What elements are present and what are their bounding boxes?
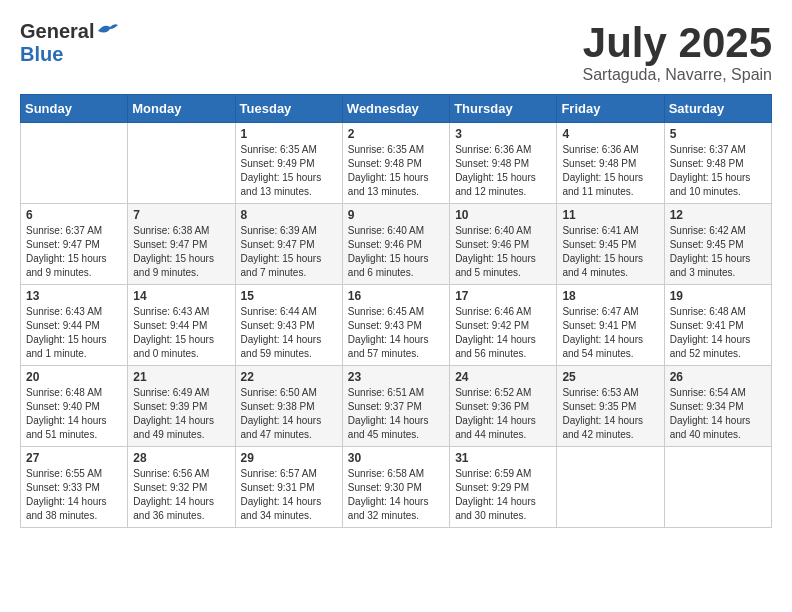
calendar-cell: 27Sunrise: 6:55 AMSunset: 9:33 PMDayligh…: [21, 447, 128, 528]
day-of-week-header: Thursday: [450, 95, 557, 123]
day-info: Sunrise: 6:35 AMSunset: 9:49 PMDaylight:…: [241, 143, 337, 199]
day-number: 24: [455, 370, 551, 384]
day-info: Sunrise: 6:36 AMSunset: 9:48 PMDaylight:…: [455, 143, 551, 199]
day-number: 2: [348, 127, 444, 141]
day-number: 27: [26, 451, 122, 465]
day-info: Sunrise: 6:39 AMSunset: 9:47 PMDaylight:…: [241, 224, 337, 280]
day-number: 13: [26, 289, 122, 303]
day-number: 9: [348, 208, 444, 222]
calendar-cell: 21Sunrise: 6:49 AMSunset: 9:39 PMDayligh…: [128, 366, 235, 447]
calendar-table: SundayMondayTuesdayWednesdayThursdayFrid…: [20, 94, 772, 528]
day-number: 28: [133, 451, 229, 465]
day-number: 8: [241, 208, 337, 222]
calendar-cell: 24Sunrise: 6:52 AMSunset: 9:36 PMDayligh…: [450, 366, 557, 447]
day-of-week-header: Sunday: [21, 95, 128, 123]
calendar-cell: 9Sunrise: 6:40 AMSunset: 9:46 PMDaylight…: [342, 204, 449, 285]
calendar-cell: 22Sunrise: 6:50 AMSunset: 9:38 PMDayligh…: [235, 366, 342, 447]
day-number: 14: [133, 289, 229, 303]
day-number: 17: [455, 289, 551, 303]
day-of-week-header: Tuesday: [235, 95, 342, 123]
day-info: Sunrise: 6:37 AMSunset: 9:48 PMDaylight:…: [670, 143, 766, 199]
day-number: 22: [241, 370, 337, 384]
location-subtitle: Sartaguda, Navarre, Spain: [583, 66, 772, 84]
day-number: 5: [670, 127, 766, 141]
calendar-cell: 19Sunrise: 6:48 AMSunset: 9:41 PMDayligh…: [664, 285, 771, 366]
logo-bird-icon: [96, 21, 118, 39]
calendar-week-row: 6Sunrise: 6:37 AMSunset: 9:47 PMDaylight…: [21, 204, 772, 285]
calendar-cell: 20Sunrise: 6:48 AMSunset: 9:40 PMDayligh…: [21, 366, 128, 447]
calendar-cell: [21, 123, 128, 204]
day-info: Sunrise: 6:53 AMSunset: 9:35 PMDaylight:…: [562, 386, 658, 442]
day-info: Sunrise: 6:44 AMSunset: 9:43 PMDaylight:…: [241, 305, 337, 361]
page-header: General Blue July 2025 Sartaguda, Navarr…: [20, 20, 772, 84]
calendar-cell: 11Sunrise: 6:41 AMSunset: 9:45 PMDayligh…: [557, 204, 664, 285]
day-info: Sunrise: 6:50 AMSunset: 9:38 PMDaylight:…: [241, 386, 337, 442]
calendar-cell: 26Sunrise: 6:54 AMSunset: 9:34 PMDayligh…: [664, 366, 771, 447]
day-info: Sunrise: 6:41 AMSunset: 9:45 PMDaylight:…: [562, 224, 658, 280]
calendar-cell: 5Sunrise: 6:37 AMSunset: 9:48 PMDaylight…: [664, 123, 771, 204]
day-number: 3: [455, 127, 551, 141]
day-number: 20: [26, 370, 122, 384]
day-info: Sunrise: 6:45 AMSunset: 9:43 PMDaylight:…: [348, 305, 444, 361]
calendar-cell: 23Sunrise: 6:51 AMSunset: 9:37 PMDayligh…: [342, 366, 449, 447]
title-block: July 2025 Sartaguda, Navarre, Spain: [583, 20, 772, 84]
day-number: 18: [562, 289, 658, 303]
calendar-cell: 3Sunrise: 6:36 AMSunset: 9:48 PMDaylight…: [450, 123, 557, 204]
calendar-week-row: 1Sunrise: 6:35 AMSunset: 9:49 PMDaylight…: [21, 123, 772, 204]
calendar-cell: [664, 447, 771, 528]
calendar-cell: 12Sunrise: 6:42 AMSunset: 9:45 PMDayligh…: [664, 204, 771, 285]
day-info: Sunrise: 6:58 AMSunset: 9:30 PMDaylight:…: [348, 467, 444, 523]
day-info: Sunrise: 6:42 AMSunset: 9:45 PMDaylight:…: [670, 224, 766, 280]
day-info: Sunrise: 6:37 AMSunset: 9:47 PMDaylight:…: [26, 224, 122, 280]
calendar-header-row: SundayMondayTuesdayWednesdayThursdayFrid…: [21, 95, 772, 123]
day-number: 31: [455, 451, 551, 465]
day-info: Sunrise: 6:48 AMSunset: 9:40 PMDaylight:…: [26, 386, 122, 442]
calendar-cell: 16Sunrise: 6:45 AMSunset: 9:43 PMDayligh…: [342, 285, 449, 366]
calendar-cell: 30Sunrise: 6:58 AMSunset: 9:30 PMDayligh…: [342, 447, 449, 528]
day-info: Sunrise: 6:52 AMSunset: 9:36 PMDaylight:…: [455, 386, 551, 442]
month-title: July 2025: [583, 20, 772, 66]
day-info: Sunrise: 6:49 AMSunset: 9:39 PMDaylight:…: [133, 386, 229, 442]
day-info: Sunrise: 6:59 AMSunset: 9:29 PMDaylight:…: [455, 467, 551, 523]
day-number: 16: [348, 289, 444, 303]
logo-blue-text: Blue: [20, 43, 63, 66]
day-number: 29: [241, 451, 337, 465]
day-number: 7: [133, 208, 229, 222]
day-number: 1: [241, 127, 337, 141]
day-of-week-header: Friday: [557, 95, 664, 123]
logo: General Blue: [20, 20, 118, 66]
day-number: 26: [670, 370, 766, 384]
calendar-cell: 4Sunrise: 6:36 AMSunset: 9:48 PMDaylight…: [557, 123, 664, 204]
calendar-cell: [557, 447, 664, 528]
day-of-week-header: Wednesday: [342, 95, 449, 123]
day-of-week-header: Monday: [128, 95, 235, 123]
calendar-cell: 17Sunrise: 6:46 AMSunset: 9:42 PMDayligh…: [450, 285, 557, 366]
calendar-cell: 31Sunrise: 6:59 AMSunset: 9:29 PMDayligh…: [450, 447, 557, 528]
day-number: 10: [455, 208, 551, 222]
day-info: Sunrise: 6:43 AMSunset: 9:44 PMDaylight:…: [133, 305, 229, 361]
day-info: Sunrise: 6:38 AMSunset: 9:47 PMDaylight:…: [133, 224, 229, 280]
day-number: 15: [241, 289, 337, 303]
day-info: Sunrise: 6:56 AMSunset: 9:32 PMDaylight:…: [133, 467, 229, 523]
calendar-cell: 14Sunrise: 6:43 AMSunset: 9:44 PMDayligh…: [128, 285, 235, 366]
day-number: 30: [348, 451, 444, 465]
calendar-week-row: 20Sunrise: 6:48 AMSunset: 9:40 PMDayligh…: [21, 366, 772, 447]
day-info: Sunrise: 6:54 AMSunset: 9:34 PMDaylight:…: [670, 386, 766, 442]
calendar-cell: 28Sunrise: 6:56 AMSunset: 9:32 PMDayligh…: [128, 447, 235, 528]
calendar-cell: 1Sunrise: 6:35 AMSunset: 9:49 PMDaylight…: [235, 123, 342, 204]
day-info: Sunrise: 6:35 AMSunset: 9:48 PMDaylight:…: [348, 143, 444, 199]
calendar-cell: 7Sunrise: 6:38 AMSunset: 9:47 PMDaylight…: [128, 204, 235, 285]
day-info: Sunrise: 6:43 AMSunset: 9:44 PMDaylight:…: [26, 305, 122, 361]
day-number: 6: [26, 208, 122, 222]
calendar-cell: 6Sunrise: 6:37 AMSunset: 9:47 PMDaylight…: [21, 204, 128, 285]
day-info: Sunrise: 6:55 AMSunset: 9:33 PMDaylight:…: [26, 467, 122, 523]
calendar-cell: 10Sunrise: 6:40 AMSunset: 9:46 PMDayligh…: [450, 204, 557, 285]
day-info: Sunrise: 6:40 AMSunset: 9:46 PMDaylight:…: [455, 224, 551, 280]
day-number: 12: [670, 208, 766, 222]
day-info: Sunrise: 6:51 AMSunset: 9:37 PMDaylight:…: [348, 386, 444, 442]
calendar-cell: 13Sunrise: 6:43 AMSunset: 9:44 PMDayligh…: [21, 285, 128, 366]
day-number: 19: [670, 289, 766, 303]
day-number: 25: [562, 370, 658, 384]
day-info: Sunrise: 6:57 AMSunset: 9:31 PMDaylight:…: [241, 467, 337, 523]
calendar-week-row: 27Sunrise: 6:55 AMSunset: 9:33 PMDayligh…: [21, 447, 772, 528]
